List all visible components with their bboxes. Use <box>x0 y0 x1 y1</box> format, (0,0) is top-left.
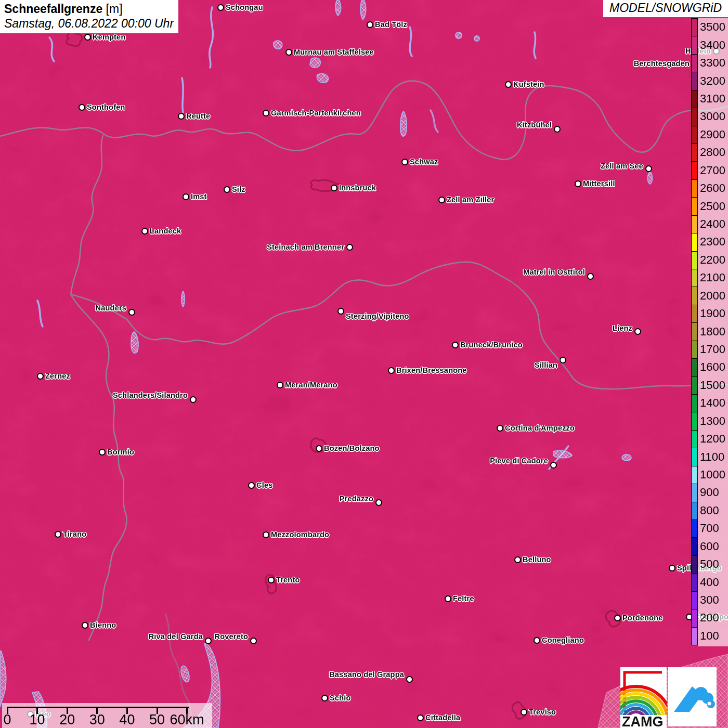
colorbar-chip <box>691 269 698 287</box>
colorbar-tick-label: 600 <box>700 540 719 553</box>
colorbar-tick-label: 100 <box>700 629 719 643</box>
town-label: Garmisch-Partenkirchen <box>271 109 361 117</box>
town-label: Bozen/Bolzano <box>324 444 380 452</box>
town-marker <box>346 244 353 251</box>
town-label: Meran/Merano <box>285 381 337 389</box>
town-label: Nauders <box>96 304 126 312</box>
town-label: Conegliano <box>542 636 584 644</box>
zamg-logo-graphic: ZAMG <box>620 667 667 728</box>
colorbar-tick-label: 2800 <box>700 146 725 159</box>
title-box: Schneefallgrenze [m] Samstag, 06.08.2022… <box>0 0 178 33</box>
colorbar-chip <box>691 430 698 448</box>
town-marker <box>224 186 230 193</box>
colorbar-chip <box>691 537 698 555</box>
town-label: Berchtesgaden <box>634 59 690 68</box>
colorbar-tick-label: 3100 <box>700 92 725 106</box>
colorbar-chip <box>691 502 698 520</box>
town-marker <box>37 373 44 380</box>
town-label: Landeck <box>150 227 181 235</box>
colorbar-tick-label: 1400 <box>700 396 725 410</box>
town-marker <box>316 445 322 452</box>
town-marker <box>190 396 197 403</box>
snowgrid-logo <box>668 667 717 726</box>
colorbar-tick-label: 800 <box>700 504 719 517</box>
town-label: Zell am Ziller <box>447 196 494 204</box>
colorbar-tick-label: 300 <box>700 593 719 607</box>
town-label: Mittersill <box>583 179 615 188</box>
town-label: Bruneck/Brunico <box>460 341 523 349</box>
map-title: Schneefallgrenze <box>4 2 102 16</box>
town-label: Schio <box>330 694 350 702</box>
colorbar-tick-label: 3300 <box>700 56 725 70</box>
town-marker <box>401 159 408 165</box>
town-marker <box>645 165 652 172</box>
town-label: Kufstein <box>513 80 544 88</box>
map-unit: [m] <box>106 2 123 16</box>
colorbar-tick-label: 3400 <box>700 38 725 52</box>
colorbar-tick-label: 1900 <box>700 307 725 320</box>
town-marker <box>497 425 503 432</box>
town-label: Bienno <box>90 621 116 629</box>
town-marker <box>285 49 292 56</box>
town-marker <box>217 4 224 11</box>
town-label: Feltre <box>453 594 474 603</box>
town-marker <box>337 308 344 315</box>
town-marker <box>406 676 413 683</box>
town-label: Cittadella <box>425 713 460 722</box>
town-label: Rovereto <box>215 632 248 641</box>
colorbar-tick-label: 2700 <box>700 164 725 177</box>
colorbar-tick-label: 500 <box>700 557 719 571</box>
town-label: Mezzolombardo <box>271 530 329 539</box>
colorbar-tick-label: 2400 <box>700 217 725 231</box>
map-datetime: Samstag, 06.08.2022 00:00 Uhr <box>4 16 174 31</box>
colorbar-chip <box>691 376 698 395</box>
town-marker <box>321 695 328 701</box>
colorbar-tick-label: 1300 <box>700 414 725 428</box>
town-label: Belluno <box>523 555 551 564</box>
colorbar-chip <box>691 179 698 198</box>
town-label: Riva del Garda <box>149 632 203 641</box>
mountain-cloud-icon <box>668 667 717 726</box>
town-marker <box>614 615 621 621</box>
colorbar-chip <box>691 591 698 609</box>
town-label: Schwaz <box>410 158 438 166</box>
town-label: Matrei in Osttirol <box>523 268 585 276</box>
scalebar-label: 10 <box>30 712 45 728</box>
colorbar-chip <box>691 341 698 359</box>
town-marker <box>331 185 337 191</box>
town-label: Brixen/Bressanone <box>396 366 467 374</box>
scalebar-label: 60km <box>170 712 204 728</box>
colorbar-tick-label: 2300 <box>700 235 725 249</box>
town-label: Predazzo <box>340 495 373 503</box>
colorbar-tick-label: 2500 <box>700 200 725 213</box>
colorbar-chip <box>691 197 698 215</box>
colorbar-tick-label: 1500 <box>700 379 725 392</box>
colorbar-chip <box>691 573 698 591</box>
town-marker <box>521 709 527 716</box>
town-label: Treviso <box>529 708 556 716</box>
towns-layer: SchongauBad TölzKemptenMurnau am Staffel… <box>0 0 728 728</box>
town-marker <box>263 110 269 116</box>
colorbar-chip <box>691 555 698 574</box>
town-marker <box>128 309 135 316</box>
colorbar-chip <box>691 609 698 627</box>
town-marker <box>82 622 88 629</box>
town-marker <box>205 638 212 644</box>
colorbar-chip <box>691 466 698 484</box>
zamg-logo: ZAMG <box>620 667 667 728</box>
town-marker <box>575 180 581 187</box>
colorbar-tick-label: 2600 <box>700 181 725 195</box>
town-label: Sonthofen <box>87 103 125 111</box>
town-label: Steinach am Brenner <box>267 243 344 251</box>
town-label: Sterzing/Vipiteno <box>346 312 409 320</box>
colorbar-tick-label: 700 <box>700 522 719 535</box>
colorbar-strip <box>691 18 698 646</box>
town-marker <box>388 367 395 374</box>
colorbar-chip <box>691 484 698 502</box>
town-marker <box>84 34 91 41</box>
scalebar-label: 0 <box>3 712 11 728</box>
weather-map-viewport: SchongauBad TölzKemptenMurnau am Staffel… <box>0 0 728 728</box>
colorbar-tick-label: 900 <box>700 486 719 499</box>
colorbar-tick-label: 3200 <box>700 74 725 88</box>
distance-scalebar: 0102030405060km <box>2 703 212 728</box>
